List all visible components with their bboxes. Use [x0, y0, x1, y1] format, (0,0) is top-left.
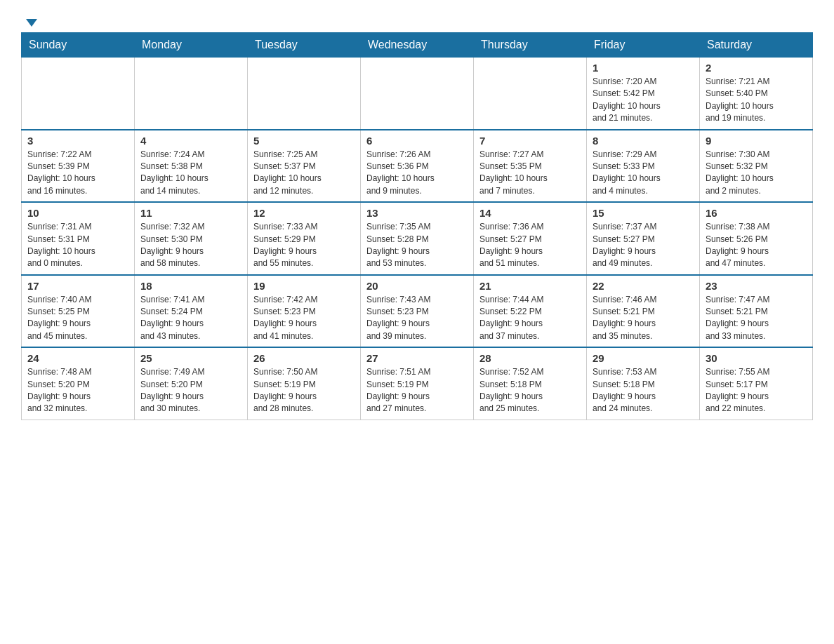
day-number: 5	[253, 135, 355, 147]
calendar-day-cell: 28Sunrise: 7:52 AMSunset: 5:18 PMDayligh…	[474, 347, 587, 420]
day-info: Sunrise: 7:44 AMSunset: 5:22 PMDaylight:…	[479, 294, 581, 343]
day-info: Sunrise: 7:42 AMSunset: 5:23 PMDaylight:…	[253, 294, 355, 343]
day-number: 24	[27, 352, 128, 364]
day-number: 2	[706, 62, 807, 74]
day-info: Sunrise: 7:41 AMSunset: 5:24 PMDaylight:…	[140, 294, 241, 343]
day-info: Sunrise: 7:30 AMSunset: 5:32 PMDaylight:…	[706, 149, 807, 198]
calendar-day-cell	[135, 58, 248, 130]
calendar-week-row: 10Sunrise: 7:31 AMSunset: 5:31 PMDayligh…	[22, 202, 813, 275]
day-info: Sunrise: 7:33 AMSunset: 5:29 PMDaylight:…	[253, 221, 355, 270]
day-info: Sunrise: 7:55 AMSunset: 5:17 PMDaylight:…	[706, 366, 807, 415]
calendar-day-cell: 18Sunrise: 7:41 AMSunset: 5:24 PMDayligh…	[135, 275, 248, 348]
calendar-day-cell: 6Sunrise: 7:26 AMSunset: 5:36 PMDaylight…	[361, 130, 474, 203]
day-info: Sunrise: 7:37 AMSunset: 5:27 PMDaylight:…	[593, 221, 694, 270]
calendar-week-row: 1Sunrise: 7:20 AMSunset: 5:42 PMDaylight…	[22, 58, 813, 130]
weekday-header-saturday: Saturday	[700, 33, 813, 58]
calendar-day-cell: 10Sunrise: 7:31 AMSunset: 5:31 PMDayligh…	[22, 202, 135, 275]
calendar-day-cell	[248, 58, 361, 130]
calendar-day-cell: 13Sunrise: 7:35 AMSunset: 5:28 PMDayligh…	[361, 202, 474, 275]
day-number: 22	[593, 280, 694, 292]
calendar-day-cell: 24Sunrise: 7:48 AMSunset: 5:20 PMDayligh…	[22, 347, 135, 420]
day-number: 10	[27, 207, 128, 219]
weekday-header-tuesday: Tuesday	[248, 33, 361, 58]
day-info: Sunrise: 7:31 AMSunset: 5:31 PMDaylight:…	[27, 221, 128, 270]
calendar-day-cell: 9Sunrise: 7:30 AMSunset: 5:32 PMDaylight…	[700, 130, 813, 203]
day-info: Sunrise: 7:26 AMSunset: 5:36 PMDaylight:…	[366, 149, 468, 198]
day-info: Sunrise: 7:40 AMSunset: 5:25 PMDaylight:…	[27, 294, 128, 343]
day-number: 20	[366, 280, 468, 292]
day-info: Sunrise: 7:47 AMSunset: 5:21 PMDaylight:…	[706, 294, 807, 343]
day-info: Sunrise: 7:53 AMSunset: 5:18 PMDaylight:…	[593, 366, 694, 415]
day-number: 16	[706, 207, 807, 219]
day-number: 3	[27, 135, 128, 147]
day-number: 23	[706, 280, 807, 292]
day-info: Sunrise: 7:35 AMSunset: 5:28 PMDaylight:…	[366, 221, 468, 270]
day-info: Sunrise: 7:32 AMSunset: 5:30 PMDaylight:…	[140, 221, 241, 270]
weekday-header-sunday: Sunday	[22, 33, 135, 58]
weekday-header-monday: Monday	[135, 33, 248, 58]
calendar-day-cell: 29Sunrise: 7:53 AMSunset: 5:18 PMDayligh…	[587, 347, 700, 420]
calendar-day-cell: 16Sunrise: 7:38 AMSunset: 5:26 PMDayligh…	[700, 202, 813, 275]
day-info: Sunrise: 7:43 AMSunset: 5:23 PMDaylight:…	[366, 294, 468, 343]
day-number: 17	[27, 280, 128, 292]
calendar-day-cell: 17Sunrise: 7:40 AMSunset: 5:25 PMDayligh…	[22, 275, 135, 348]
weekday-header-friday: Friday	[587, 33, 700, 58]
day-number: 15	[593, 207, 694, 219]
day-info: Sunrise: 7:24 AMSunset: 5:38 PMDaylight:…	[140, 149, 241, 198]
day-info: Sunrise: 7:46 AMSunset: 5:21 PMDaylight:…	[593, 294, 694, 343]
day-number: 4	[140, 135, 241, 147]
page-header	[21, 14, 813, 25]
day-number: 11	[140, 207, 241, 219]
day-number: 25	[140, 352, 241, 364]
calendar-day-cell: 7Sunrise: 7:27 AMSunset: 5:35 PMDaylight…	[474, 130, 587, 203]
calendar-day-cell	[474, 58, 587, 130]
calendar-day-cell: 23Sunrise: 7:47 AMSunset: 5:21 PMDayligh…	[700, 275, 813, 348]
day-number: 26	[253, 352, 355, 364]
day-info: Sunrise: 7:20 AMSunset: 5:42 PMDaylight:…	[593, 76, 694, 125]
day-number: 9	[706, 135, 807, 147]
day-number: 13	[366, 207, 468, 219]
day-info: Sunrise: 7:49 AMSunset: 5:20 PMDaylight:…	[140, 366, 241, 415]
calendar-day-cell: 14Sunrise: 7:36 AMSunset: 5:27 PMDayligh…	[474, 202, 587, 275]
calendar-day-cell: 3Sunrise: 7:22 AMSunset: 5:39 PMDaylight…	[22, 130, 135, 203]
calendar-day-cell: 4Sunrise: 7:24 AMSunset: 5:38 PMDaylight…	[135, 130, 248, 203]
day-info: Sunrise: 7:38 AMSunset: 5:26 PMDaylight:…	[706, 221, 807, 270]
weekday-header-wednesday: Wednesday	[361, 33, 474, 58]
calendar-day-cell: 15Sunrise: 7:37 AMSunset: 5:27 PMDayligh…	[587, 202, 700, 275]
weekday-header-row: SundayMondayTuesdayWednesdayThursdayFrid…	[22, 33, 813, 58]
calendar-day-cell: 20Sunrise: 7:43 AMSunset: 5:23 PMDayligh…	[361, 275, 474, 348]
day-number: 27	[366, 352, 468, 364]
calendar-week-row: 3Sunrise: 7:22 AMSunset: 5:39 PMDaylight…	[22, 130, 813, 203]
day-number: 29	[593, 352, 694, 364]
day-number: 30	[706, 352, 807, 364]
calendar-day-cell: 27Sunrise: 7:51 AMSunset: 5:19 PMDayligh…	[361, 347, 474, 420]
calendar-day-cell: 25Sunrise: 7:49 AMSunset: 5:20 PMDayligh…	[135, 347, 248, 420]
calendar-day-cell: 11Sunrise: 7:32 AMSunset: 5:30 PMDayligh…	[135, 202, 248, 275]
calendar-day-cell: 21Sunrise: 7:44 AMSunset: 5:22 PMDayligh…	[474, 275, 587, 348]
day-number: 28	[479, 352, 581, 364]
day-info: Sunrise: 7:25 AMSunset: 5:37 PMDaylight:…	[253, 149, 355, 198]
day-number: 12	[253, 207, 355, 219]
calendar-table: SundayMondayTuesdayWednesdayThursdayFrid…	[21, 32, 813, 420]
weekday-header-thursday: Thursday	[474, 33, 587, 58]
day-info: Sunrise: 7:22 AMSunset: 5:39 PMDaylight:…	[27, 149, 128, 198]
day-number: 8	[593, 135, 694, 147]
day-number: 19	[253, 280, 355, 292]
calendar-day-cell: 19Sunrise: 7:42 AMSunset: 5:23 PMDayligh…	[248, 275, 361, 348]
day-info: Sunrise: 7:36 AMSunset: 5:27 PMDaylight:…	[479, 221, 581, 270]
day-number: 1	[593, 62, 694, 74]
day-number: 6	[366, 135, 468, 147]
calendar-week-row: 24Sunrise: 7:48 AMSunset: 5:20 PMDayligh…	[22, 347, 813, 420]
day-info: Sunrise: 7:52 AMSunset: 5:18 PMDaylight:…	[479, 366, 581, 415]
calendar-week-row: 17Sunrise: 7:40 AMSunset: 5:25 PMDayligh…	[22, 275, 813, 348]
calendar-day-cell: 5Sunrise: 7:25 AMSunset: 5:37 PMDaylight…	[248, 130, 361, 203]
day-info: Sunrise: 7:27 AMSunset: 5:35 PMDaylight:…	[479, 149, 581, 198]
logo	[21, 14, 37, 25]
day-info: Sunrise: 7:48 AMSunset: 5:20 PMDaylight:…	[27, 366, 128, 415]
day-number: 14	[479, 207, 581, 219]
day-info: Sunrise: 7:21 AMSunset: 5:40 PMDaylight:…	[706, 76, 807, 125]
calendar-day-cell: 22Sunrise: 7:46 AMSunset: 5:21 PMDayligh…	[587, 275, 700, 348]
day-info: Sunrise: 7:29 AMSunset: 5:33 PMDaylight:…	[593, 149, 694, 198]
calendar-day-cell	[22, 58, 135, 130]
calendar-day-cell: 2Sunrise: 7:21 AMSunset: 5:40 PMDaylight…	[700, 58, 813, 130]
